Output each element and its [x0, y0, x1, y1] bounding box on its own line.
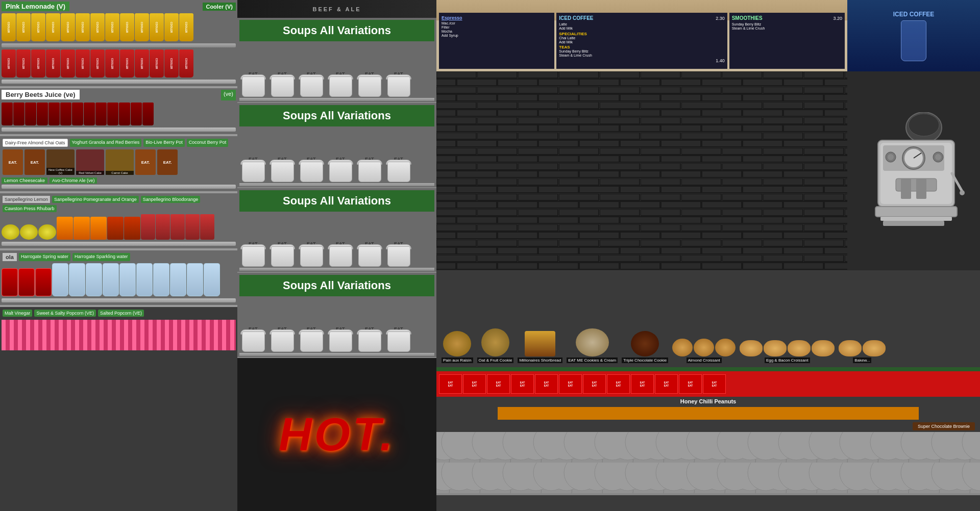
svg-rect-19 — [901, 178, 911, 199]
juice-bottle — [25, 103, 36, 125]
snack-packet: EATEAT — [583, 374, 606, 394]
egg-bacon-image — [812, 340, 835, 356]
beef-ale-text: BEEF & ALE — [313, 6, 361, 12]
san-labels: Sanpellegrino Lemon Sanpellegrino Pomegr… — [2, 195, 236, 213]
soup-rail — [239, 353, 434, 356]
soup-cup: EAT. — [298, 240, 326, 267]
iced-lemonade-price: 1.40 — [716, 58, 725, 63]
food-containers-row: EAT. EAT. New Coffee Cake (v) Red Velvet… — [2, 148, 236, 176]
menu-item: Chai Latte — [559, 36, 724, 40]
bakew-image — [839, 340, 862, 356]
bottle: COOLER — [61, 13, 75, 41]
iced-coffee-display: ICED COFFEE — [847, 0, 980, 71]
scallop-pattern-svg — [436, 432, 980, 493]
egg-bacon-image — [788, 340, 811, 356]
bottle: COOLER — [90, 49, 105, 78]
bottle: COOLER — [16, 49, 31, 78]
cup-body — [300, 76, 323, 97]
right-panel: Espresso Mac./cor Filter Mocha Add Syrup… — [436, 0, 980, 511]
bakery-display: Pain aux Raisin Oat & Fruit Cookie Milli… — [436, 270, 980, 367]
cup-body — [329, 331, 352, 352]
yoghurt-granola-label: Yoghurt Granola and Red Berries — [70, 139, 142, 147]
cup-body — [358, 246, 381, 267]
cawston-label: Cawston Press Rhubarb — [3, 205, 57, 212]
coffee-machine-svg — [863, 112, 965, 229]
soup-cup: EAT. — [268, 70, 297, 97]
bottle: COOLER — [164, 13, 179, 41]
water-bottle — [136, 263, 153, 296]
bakery-item-bakew: Bakew... — [839, 340, 886, 363]
soup-title-4: Soups All Variations — [239, 275, 434, 296]
oat-fruit-cookie-image — [481, 328, 509, 356]
hot-section: HOT. — [237, 358, 436, 511]
snack-packet: EATEAT — [631, 374, 654, 394]
bakery-item-millionaires: Millionaires Shortbread — [518, 331, 562, 363]
menu-item: Mac./cor — [442, 21, 552, 25]
menu-item: Sunday Berry Blitz — [732, 22, 842, 26]
egg-bacon-image — [764, 340, 787, 356]
snack-packet-text: EATEAT — [616, 381, 621, 387]
berry-beets-label: Berry Beets Juice (ve) — [2, 90, 80, 99]
water-bottle — [187, 263, 203, 296]
soup-title-1: Soups All Variations — [239, 20, 434, 41]
soup-cup: EAT. — [268, 325, 297, 352]
snack-packet-text: EATEAT — [688, 381, 693, 387]
snack-packet-text: EATEAT — [448, 381, 453, 387]
cawston-bottle — [185, 214, 200, 240]
cawston-bottle — [200, 214, 214, 240]
juice-bottle — [72, 103, 83, 125]
lemon-cheesecake-label: Lemon Cheesecake — [2, 177, 47, 184]
sweet-salty-label: Sweet & Salty Popcorn (VE) — [34, 310, 96, 317]
water-labels: ola Harrogate Spring water Harrogate Spa… — [2, 252, 236, 262]
svg-point-17 — [960, 190, 965, 195]
bottle: COOLER — [105, 49, 119, 78]
snack-packet-text: EATEAT — [568, 381, 573, 387]
food-container: New Coffee Cake (v) — [46, 149, 75, 175]
soup-rail — [239, 183, 434, 186]
egg-bacon-label: Egg & Bacon Croissant — [765, 357, 810, 363]
cup-body — [300, 162, 323, 182]
bottle: COOLER — [135, 13, 149, 41]
pink-lemonade-label: Pink Lemonade (V) — [2, 2, 69, 11]
water-bottles-row — [2, 262, 236, 297]
soup-cups-row-1: EAT. EAT. EAT. EAT. EAT. — [237, 43, 436, 98]
soup-cup: EAT. — [239, 240, 267, 267]
soup-cup: EAT. — [385, 156, 413, 182]
snack-packet: EATEAT — [511, 374, 534, 394]
cup-body — [242, 246, 265, 267]
blood-orange-can — [124, 217, 140, 240]
soup-cup: EAT. — [268, 240, 297, 267]
shelf-divider — [2, 185, 236, 189]
egg-bacon-image — [740, 340, 763, 356]
menu-item: Steam & Lime Crush — [732, 27, 842, 30]
soup-cup: EAT. — [298, 156, 326, 182]
green-divider — [436, 367, 980, 371]
water-bottle — [86, 263, 102, 296]
soup-cup: EAT. — [268, 156, 297, 182]
snacks-section: Malt Vinegar Sweet & Salty Popcorn (VE) … — [0, 307, 237, 352]
triple-choc-image — [631, 331, 659, 356]
smoothies-price: 3.20 — [833, 16, 842, 21]
soup-rail — [239, 268, 434, 271]
avo-label: Avo-Chrome Ale (ve) — [50, 177, 97, 184]
espresso-board: Espresso Mac./cor Filter Mocha Add Syrup — [439, 13, 554, 69]
shelf-divider — [2, 242, 236, 246]
yellow-bottles-row: COOLER COOLER COOLER COOLER COOLER COOLE… — [2, 12, 236, 42]
juice-bottle — [60, 103, 71, 125]
soup-cups-row-2: EAT. EAT. EAT. EAT. EAT. — [237, 129, 436, 183]
soup-cup: EAT. — [356, 70, 384, 97]
san-lemon-label: Sanpellegrino Lemon — [3, 196, 50, 203]
almond-croissant-label: Almond Croissant — [687, 357, 722, 363]
bottle: COOLER — [164, 49, 179, 78]
bakery-item-egg-bacon: Egg & Bacon Croissant — [740, 340, 835, 363]
bottle: COOLER — [31, 49, 45, 78]
bottle: COOLER — [16, 13, 31, 41]
snack-packet: EATEAT — [559, 374, 582, 394]
oat-fruit-label: Oat & Fruit Cookie — [477, 357, 514, 363]
lemon-can — [2, 224, 19, 240]
bottle: COOLER — [179, 13, 193, 41]
iced-display-text: ICED COFFEE — [893, 11, 935, 18]
water-bottle — [119, 263, 136, 296]
orange-snack-strip — [498, 407, 919, 420]
soup-cup: EAT. — [385, 325, 413, 352]
